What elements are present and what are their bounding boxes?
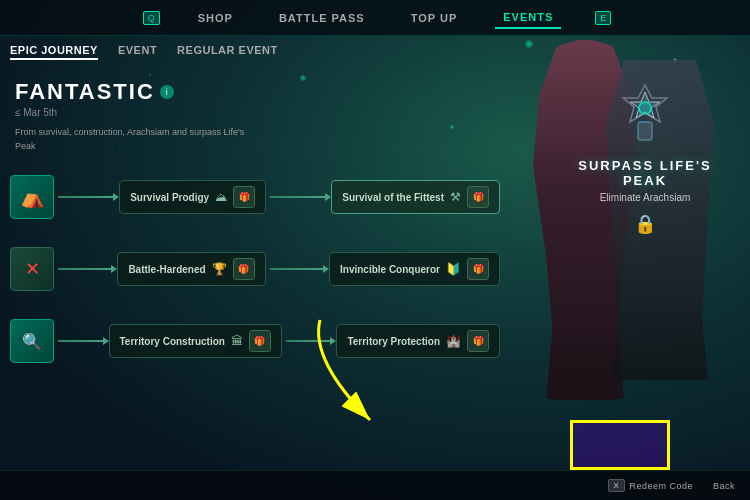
quest-node-icon-3b: 🏰: [446, 334, 461, 348]
quest-node-survival-fittest[interactable]: Survival of the Fittest ⚒ 🎁: [331, 180, 500, 214]
quest-node-territory-construction[interactable]: Territory Construction 🏛 🎁: [109, 324, 282, 358]
connector-1b: [270, 196, 327, 198]
tent-icon: ⛺: [20, 185, 45, 209]
quest-reward-3a: 🎁: [249, 330, 271, 352]
nav-key-e: E: [595, 11, 611, 25]
quest-row-3: 🔍 Territory Construction 🏛 🎁 Territory P…: [10, 319, 500, 363]
quest-reward-2b: 🎁: [467, 258, 489, 280]
left-panel: FANTASTIC i ≤ Mar 5th From survival, con…: [0, 70, 260, 163]
redeem-code-button[interactable]: X Redeem Code: [608, 479, 693, 492]
sub-nav-epic-journey[interactable]: EPIC JOURNEY: [10, 42, 98, 60]
quest-icon-battle: ✕: [10, 247, 54, 291]
quest-node-icon-3a: 🏛: [231, 334, 243, 348]
event-info-icon[interactable]: i: [160, 85, 174, 99]
event-title: FANTASTIC: [15, 80, 155, 104]
search-icon: 🔍: [22, 332, 42, 351]
quest-row-1: ⛺ Survival Prodigy ⛰ 🎁 Survival of the F…: [10, 175, 500, 219]
sub-nav-regular-event[interactable]: REGULAR EVENT: [177, 42, 278, 60]
quest-reward-2a: 🎁: [233, 258, 255, 280]
medal-icon: [610, 80, 680, 150]
svg-point-2: [639, 102, 651, 114]
redeem-key: X: [608, 479, 626, 492]
svg-rect-3: [638, 122, 652, 140]
right-panel: SURPASS LIFE'S PEAK Eliminate Arachsiam …: [555, 80, 735, 235]
connector-3b: [286, 340, 333, 342]
nav-battle-pass[interactable]: BATTLE PASS: [271, 8, 373, 28]
quest-node-icon-2a: 🏆: [212, 262, 227, 276]
sub-nav-event[interactable]: EVENT: [118, 42, 157, 60]
quest-reward-3b: 🎁: [467, 330, 489, 352]
back-label: Back: [713, 481, 735, 491]
quest-node-battle-hardened[interactable]: Battle-Hardened 🏆 🎁: [117, 252, 265, 286]
surpass-subtitle: Eliminate Arachsiam: [555, 192, 735, 203]
quest-icon-territory: 🔍: [10, 319, 54, 363]
sub-navigation: EPIC JOURNEY EVENT REGULAR EVENT: [10, 36, 278, 66]
quest-label-survival-prodigy: Survival Prodigy: [130, 192, 209, 203]
quest-icon-survival: ⛺: [10, 175, 54, 219]
x-icon: ✕: [25, 258, 40, 280]
event-date: ≤ Mar 5th: [15, 107, 245, 118]
nav-top-up[interactable]: TOP UP: [403, 8, 466, 28]
top-navigation: Q SHOP BATTLE PASS TOP UP EVENTS E: [0, 0, 750, 36]
nav-shop[interactable]: SHOP: [190, 8, 241, 28]
quest-label-invincible-conqueror: Invincible Conqueror: [340, 264, 440, 275]
connector-3a: [58, 340, 105, 342]
particle: [300, 75, 306, 81]
bottom-bar: X Redeem Code Back: [0, 470, 750, 500]
quest-node-invincible-conqueror[interactable]: Invincible Conqueror 🔰 🎁: [329, 252, 500, 286]
quest-node-survival-prodigy[interactable]: Survival Prodigy ⛰ 🎁: [119, 180, 266, 214]
redeem-label: Redeem Code: [629, 481, 693, 491]
quest-reward-1a: 🎁: [233, 186, 255, 208]
quest-label-survival-fittest: Survival of the Fittest: [342, 192, 444, 203]
quest-label-territory-construction: Territory Construction: [120, 336, 225, 347]
quest-label-battle-hardened: Battle-Hardened: [128, 264, 205, 275]
connector-1a: [58, 196, 115, 198]
connector-2a: [58, 268, 113, 270]
nav-events[interactable]: EVENTS: [495, 7, 561, 29]
quest-node-icon-1a: ⛰: [215, 190, 227, 204]
nav-key-q: Q: [143, 11, 160, 25]
back-button[interactable]: Back: [713, 481, 735, 491]
quest-node-icon-2b: 🔰: [446, 262, 461, 276]
connector-2b: [270, 268, 325, 270]
event-description: From survival, construction, Arachsiam a…: [15, 126, 245, 153]
quest-tree: ⛺ Survival Prodigy ⛰ 🎁 Survival of the F…: [10, 175, 500, 391]
highlight-box: [570, 420, 670, 470]
quest-node-icon-1b: ⚒: [450, 190, 461, 204]
quest-label-territory-protection: Territory Protection: [347, 336, 440, 347]
quest-reward-1b: 🎁: [467, 186, 489, 208]
surpass-title: SURPASS LIFE'S PEAK: [555, 158, 735, 188]
quest-row-2: ✕ Battle-Hardened 🏆 🎁 Invincible Conquer…: [10, 247, 500, 291]
lock-icon: 🔒: [555, 213, 735, 235]
quest-node-territory-protection[interactable]: Territory Protection 🏰 🎁: [336, 324, 500, 358]
